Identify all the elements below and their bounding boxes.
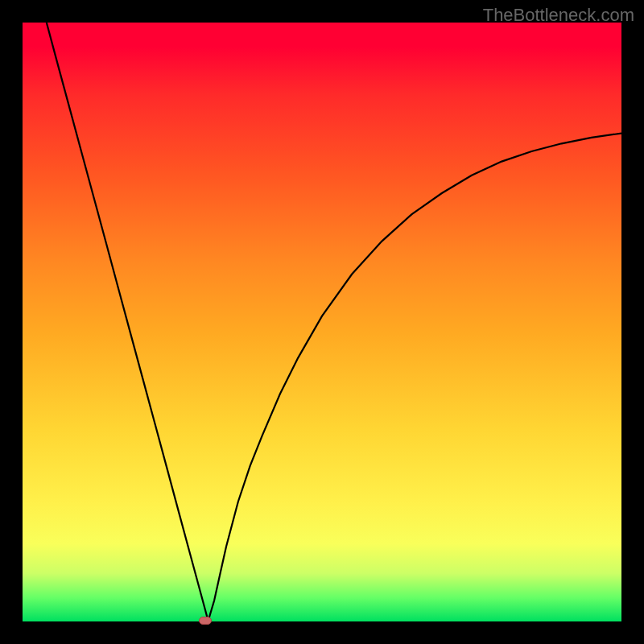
- curve-svg: [23, 23, 621, 621]
- plot-area: [23, 23, 621, 621]
- watermark-text: TheBottleneck.com: [483, 5, 634, 26]
- chart-frame: [23, 23, 621, 621]
- bottleneck-curve: [47, 23, 621, 621]
- minimum-marker: [199, 617, 212, 625]
